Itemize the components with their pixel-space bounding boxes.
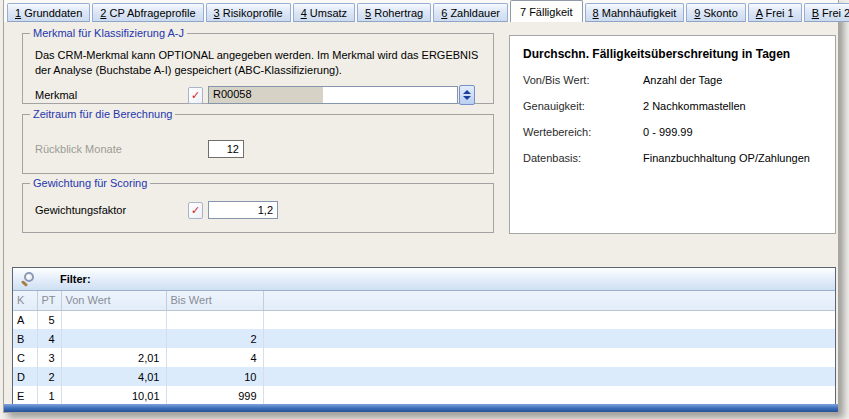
info-value: 0 - 999.99 [643,124,693,140]
table-header-row: K PT Von Wert Bis Wert [13,291,835,310]
left-column: Merkmal für Klassifizierung A-J Das CRM-… [22,26,494,233]
gewichtungsfaktor-label: Gewichtungsfaktor [33,204,188,216]
rueckblick-monate-label: Rückblick Monate [33,143,188,155]
tab-faelligkeit[interactable]: 7 Fälligkeit [510,0,583,22]
gewichtungsfaktor-input[interactable] [208,201,278,219]
info-value: Anzahl der Tage [643,72,722,88]
info-label: Wertebereich: [523,124,643,140]
rueckblick-monate-input[interactable] [208,140,244,158]
info-value: 2 Nachkommastellen [643,98,746,114]
horizontal-scrollbar[interactable] [4,404,838,412]
info-label: Von/Bis Wert: [523,72,643,88]
info-panel-title: Durchschn. Fälligkeitsüberschreitung in … [523,47,822,61]
tab-skonto[interactable]: 9 Skonto [686,3,745,22]
grid-filter-bar[interactable]: Filter: [13,268,835,291]
tab-zahldauer[interactable]: 6 Zahldauer [433,3,508,22]
tab-grunddaten[interactable]: 1 Grunddaten [7,3,90,22]
table-row[interactable]: D 2 4,01 10 [13,367,835,386]
groupbox-merkmal-klassifizierung: Merkmal für Klassifizierung A-J Das CRM-… [22,33,494,104]
tab-rohertrag[interactable]: 5 Rohertrag [357,3,431,22]
tab-frei-1[interactable]: A Frei 1 [748,3,802,22]
tab-page-faelligkeit: Merkmal für Klassifizierung A-J Das CRM-… [4,22,838,404]
spinner-down-icon[interactable] [463,96,471,100]
groupbox-zeitraum: Zeitraum für die Berechnung Rückblick Mo… [22,114,494,174]
info-panel-faelligkeit: Durchschn. Fälligkeitsüberschreitung in … [509,35,836,234]
magnifier-icon[interactable] [20,271,36,287]
tab-strip: 1 Grunddaten 2 CP Abfrageprofile 3 Risik… [4,0,838,22]
info-label: Datenbasis: [523,150,643,166]
column-header-empty [263,291,835,310]
info-label: Genauigkeit: [523,98,643,114]
classification-table: K PT Von Wert Bis Wert A 5 [13,291,835,405]
column-header-k[interactable]: K [13,291,37,310]
tab-frei-2[interactable]: B Frei 2 [804,3,849,22]
dialog-window: 1 Grunddaten 2 CP Abfrageprofile 3 Risik… [3,0,839,413]
groupbox-gewichtung: Gewichtung für Scoring Gewichtungsfaktor… [22,183,494,233]
column-header-pt[interactable]: PT [37,291,61,310]
validate-check-icon[interactable]: ✓ [188,87,203,104]
info-value: Finanzbuchhaltung OP/Zahlungen [643,150,810,166]
column-header-von[interactable]: Von Wert [61,291,166,310]
validate-check-icon[interactable]: ✓ [188,202,203,219]
groupbox-title: Merkmal für Klassifizierung A-J [30,27,187,39]
tab-mahnhaeufigkeit[interactable]: 8 Mahnhäufigkeit [585,3,685,22]
merkmal-spinner[interactable] [459,85,475,105]
merkmal-description: Das CRM-Merkmal kann OPTIONAL angegeben … [33,48,485,78]
column-header-bis[interactable]: Bis Wert [166,291,263,310]
tab-cp-abfrageprofile[interactable]: 2 CP Abfrageprofile [92,3,203,22]
merkmal-input[interactable]: R00058 [208,86,458,104]
merkmal-label: Merkmal [33,89,188,101]
groupbox-title: Gewichtung für Scoring [30,177,150,189]
merkmal-value: R00058 [209,87,323,103]
table-row[interactable]: C 3 2,01 4 [13,348,835,367]
table-row[interactable]: A 5 [13,310,835,329]
tab-risikoprofile[interactable]: 3 Risikoprofile [206,3,291,22]
spinner-up-icon[interactable] [463,90,471,94]
filter-label: Filter: [60,273,91,285]
table-row[interactable]: E 1 10,01 999 [13,386,835,405]
tab-umsatz[interactable]: 4 Umsatz [293,3,355,22]
groupbox-title: Zeitraum für die Berechnung [30,108,175,120]
classification-grid-panel: Filter: K PT Von Wert Bis Wert A [12,267,836,407]
table-row[interactable]: B 4 2 [13,329,835,348]
